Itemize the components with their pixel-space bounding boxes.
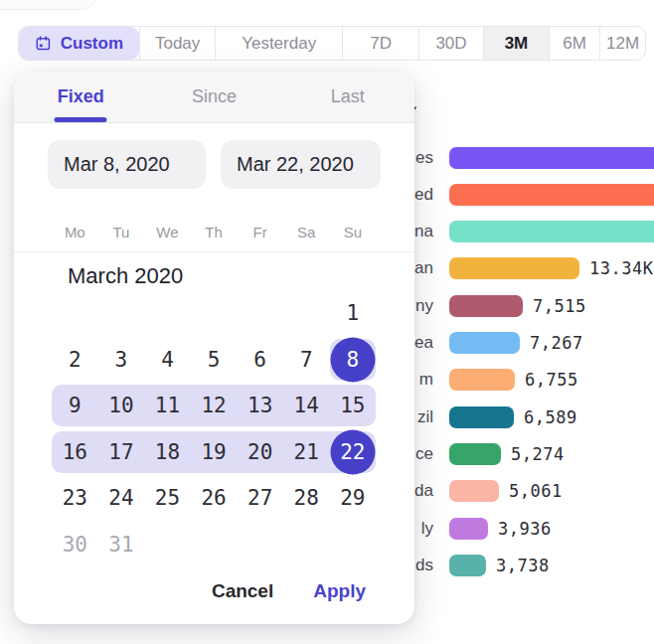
range-segment-6m[interactable]: 6M [549, 27, 599, 60]
chart-bar[interactable] [449, 406, 514, 428]
apply-button[interactable]: Apply [313, 580, 366, 602]
calendar-empty-cell [144, 524, 191, 565]
calendar-day-2[interactable]: 2 [52, 339, 98, 381]
divider [14, 251, 414, 252]
calendar-empty-cell [98, 292, 145, 334]
chart-value: 6,589 [524, 407, 577, 427]
calendar-day-26[interactable]: 26 [191, 477, 238, 519]
calendar-day-17[interactable]: 17 [98, 431, 145, 473]
custom-range-label: Custom [61, 34, 123, 54]
tab-since[interactable]: Since [147, 72, 280, 122]
range-segment-30d[interactable]: 30D [418, 27, 482, 60]
calendar-day-22[interactable]: 22 [330, 431, 377, 473]
chart-value: 7,267 [530, 333, 583, 353]
custom-range-button[interactable]: Custom [19, 27, 139, 60]
chart-bar[interactable] [449, 518, 488, 540]
calendar-empty-cell [52, 292, 98, 334]
weekday-label: Sa [283, 224, 330, 241]
calendar-empty-cell [191, 524, 238, 565]
calendar-day-6[interactable]: 6 [237, 339, 283, 381]
calendar-empty-cell [237, 524, 283, 565]
calendar-day-9[interactable]: 9 [52, 385, 98, 426]
selected-day-circle: 8 [330, 337, 375, 382]
date-picker-popup: FixedSinceLast Mar 8, 2020 Mar 22, 2020 … [14, 72, 414, 624]
weekday-label: Th [191, 224, 238, 241]
calendar-day-10[interactable]: 10 [98, 385, 145, 426]
range-segment-yesterday[interactable]: Yesterday [215, 27, 342, 60]
calendar-day-14[interactable]: 14 [283, 385, 330, 426]
chart-bar[interactable] [449, 295, 523, 317]
calendar-day-25[interactable]: 25 [144, 477, 191, 519]
calendar-day-23[interactable]: 23 [52, 477, 98, 519]
chart-bar[interactable] [449, 555, 486, 576]
calendar-empty-cell [330, 524, 377, 565]
month-title: March 2020 [68, 263, 183, 289]
selected-day-circle: 22 [330, 429, 375, 474]
calendar-day-28[interactable]: 28 [283, 477, 330, 519]
end-date-input[interactable]: Mar 22, 2020 [221, 140, 381, 189]
range-segment-12m[interactable]: 12M [599, 27, 645, 60]
calendar-day-8[interactable]: 8 [330, 339, 377, 381]
cancel-button[interactable]: Cancel [212, 580, 273, 602]
date-range-toolbar: Custom TodayYesterday7D30D3M6M12M [18, 26, 646, 61]
chart-value: 3,738 [496, 556, 550, 575]
calendar-day-3[interactable]: 3 [98, 339, 145, 381]
calendar-day-27[interactable]: 27 [237, 477, 283, 519]
chart-bar[interactable] [449, 369, 515, 391]
calendar-day-13[interactable]: 13 [237, 385, 283, 426]
chart-value: 6,755 [525, 370, 578, 390]
chart-bar[interactable] [449, 332, 520, 354]
range-segment-today[interactable]: Today [139, 27, 215, 60]
calendar-day-16[interactable]: 16 [52, 431, 98, 473]
chart-bar[interactable] [449, 147, 654, 169]
weekday-header: MoTuWeThFrSaSu [52, 224, 376, 241]
chart-bar[interactable] [449, 184, 654, 206]
range-segment-7d[interactable]: 7D [342, 27, 418, 60]
calendar-icon [35, 34, 52, 53]
calendar-day-18[interactable]: 18 [144, 431, 191, 473]
calendar-day-5[interactable]: 5 [191, 339, 238, 381]
range-segment-3m[interactable]: 3M [483, 27, 549, 60]
calendar-day-30[interactable]: 30 [52, 524, 98, 565]
popup-footer: Cancel Apply [212, 580, 366, 602]
calendar-day-31[interactable]: 31 [98, 524, 145, 565]
calendar-day-1[interactable]: 1 [330, 292, 377, 334]
chart-bar[interactable] [449, 221, 654, 242]
chart-value: 5,061 [509, 481, 563, 501]
date-picker-tabs: FixedSinceLast [14, 72, 414, 123]
tab-fixed[interactable]: Fixed [14, 72, 147, 122]
calendar-grid: 1234567891011121314151617181920212223242… [52, 292, 376, 570]
calendar-day-11[interactable]: 11 [144, 385, 191, 426]
weekday-label: We [144, 224, 191, 241]
calendar-day-4[interactable]: 4 [144, 339, 191, 381]
tab-last[interactable]: Last [281, 72, 414, 122]
chart-value: 13.34K [589, 258, 653, 278]
chart-bar[interactable] [449, 480, 499, 502]
calendar-day-12[interactable]: 12 [191, 385, 238, 426]
calendar-empty-cell [237, 292, 283, 334]
calendar-day-19[interactable]: 19 [191, 431, 238, 473]
calendar-day-15[interactable]: 15 [330, 385, 377, 426]
chart-value: 7,515 [533, 296, 586, 316]
chart-value: 5,274 [511, 444, 565, 464]
chart-bar[interactable] [449, 443, 501, 465]
weekday-label: Tu [98, 224, 145, 241]
chart-bar[interactable] [449, 257, 579, 279]
calendar-day-20[interactable]: 20 [237, 431, 283, 473]
calendar-empty-cell [144, 292, 191, 334]
start-date-input[interactable]: Mar 8, 2020 [48, 140, 206, 189]
calendar-day-7[interactable]: 7 [283, 339, 330, 381]
calendar-day-29[interactable]: 29 [330, 477, 377, 519]
calendar-day-21[interactable]: 21 [283, 431, 330, 473]
calendar-day-24[interactable]: 24 [98, 477, 145, 519]
weekday-label: Fr [237, 224, 283, 241]
calendar-empty-cell [191, 292, 238, 334]
weekday-label: Mo [52, 224, 98, 241]
weekday-label: Su [330, 224, 377, 241]
calendar-empty-cell [283, 292, 330, 334]
calendar-empty-cell [283, 524, 330, 565]
chart-value: 3,936 [498, 519, 552, 539]
